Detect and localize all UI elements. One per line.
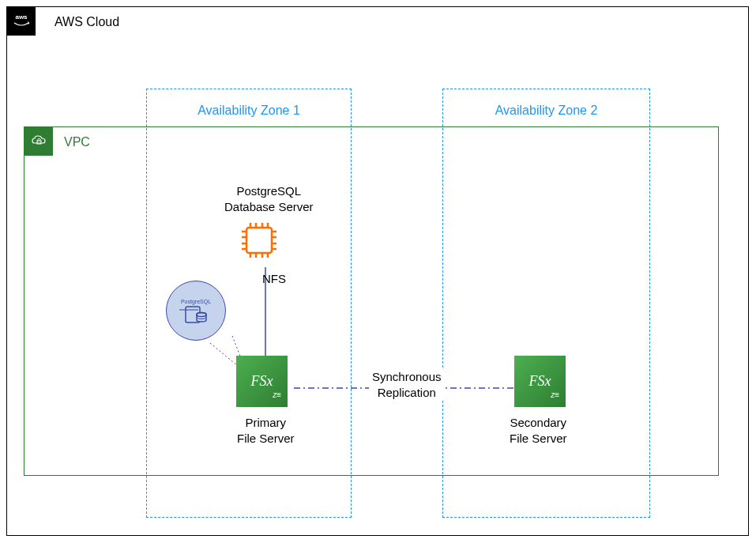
svg-text:aws: aws	[15, 13, 28, 21]
nfs-label: NFS	[262, 272, 286, 285]
primary-fs-line1: Primary	[245, 416, 286, 429]
sync-line1: Synchronous	[372, 370, 442, 383]
vpc-label: VPC	[64, 135, 90, 149]
fsx-sub: z≡	[273, 390, 281, 399]
aws-cloud-label: AWS Cloud	[55, 15, 119, 29]
az1-label: Availability Zone 1	[197, 104, 300, 118]
secondary-fs-line2: File Server	[510, 432, 567, 445]
fsx-text: FSx	[529, 373, 551, 390]
db-label-line2: Database Server	[224, 200, 314, 213]
fsx-sub: z≡	[551, 390, 559, 399]
vpc-container: VPC	[24, 126, 719, 476]
az2-label: Availability Zone 2	[495, 104, 598, 118]
svg-text:PostgreSQL: PostgreSQL	[181, 299, 211, 305]
fsx-secondary-icon: FSx z≡	[514, 356, 566, 407]
secondary-fs-line1: Secondary	[510, 416, 566, 429]
aws-cloud-icon: aws	[7, 7, 36, 36]
fsx-text: FSx	[251, 373, 273, 390]
db-label-line1: PostgreSQL	[236, 184, 301, 198]
fsx-primary-icon: FSx z≡	[236, 356, 288, 407]
primary-file-server-label: Primary File Server	[237, 415, 295, 446]
primary-fs-line2: File Server	[237, 432, 295, 445]
secondary-file-server-label: Secondary File Server	[510, 415, 567, 446]
sync-line2: Replication	[378, 386, 436, 399]
svg-rect-6	[246, 228, 272, 253]
cpu-chip-icon	[239, 220, 280, 261]
database-server-label: PostgreSQL Database Server	[224, 183, 314, 214]
postgresql-data-icon: PostgreSQL	[166, 281, 226, 341]
replication-label: Synchronous Replication	[369, 369, 445, 400]
vpc-icon	[24, 127, 53, 156]
